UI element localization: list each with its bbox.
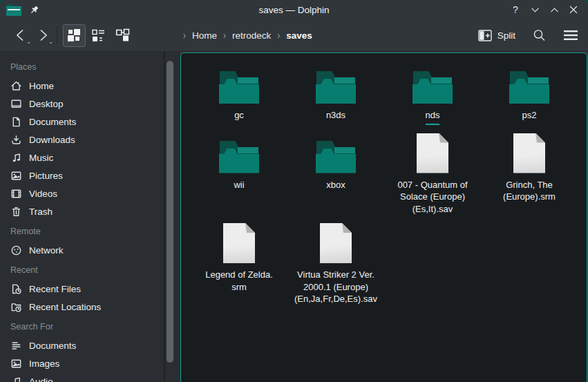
sidebar-item-label: Network (29, 245, 64, 256)
toolbar-separator (57, 26, 57, 44)
file-item-virtua-striker-2-ver[interactable]: Virtua Striker 2 Ver. 2000.1 (Europe) (E… (287, 222, 384, 305)
search-documents-icon (10, 340, 22, 352)
folder-icon (219, 141, 259, 173)
sidebar-item-recent-files[interactable]: Recent Files (0, 280, 180, 298)
help-button[interactable]: ? (509, 3, 522, 16)
breadcrumb-separator: › (183, 30, 186, 41)
sidebar-item-documents[interactable]: Documents (0, 336, 180, 354)
back-button[interactable]: ⌄ (10, 24, 32, 46)
titlebar: saves — Dolphin ? (0, 0, 588, 19)
breadcrumb-separator: › (277, 30, 280, 41)
tree-view-button[interactable] (111, 24, 134, 47)
file-icon (320, 223, 352, 263)
back-dropdown-caret: ⌄ (26, 39, 31, 45)
sidebar-item-label: Images (29, 359, 59, 369)
folder-icon (316, 141, 356, 173)
sidebar-item-downloads[interactable]: Downloads (0, 131, 180, 149)
minimize-button[interactable] (529, 3, 541, 16)
folder-item-n3ds[interactable]: n3ds (287, 62, 384, 125)
window-controls: ? (509, 3, 580, 16)
search-icon[interactable] (532, 28, 547, 43)
folder-icon (219, 71, 259, 104)
section-header-recent: Recent (0, 259, 180, 280)
sidebar-item-music[interactable]: Music (0, 149, 180, 166)
item-label: ps2 (522, 109, 537, 122)
icons-view-button[interactable] (63, 24, 86, 47)
sidebar-item-label: Desktop (29, 99, 64, 109)
sidebar-item-label: Recent Locations (29, 302, 101, 312)
folder-view[interactable]: gcn3dsndsps2wiixbox007 - Quantum of Sola… (180, 52, 587, 382)
item-label: gc (234, 109, 244, 122)
sidebar-item-label: Documents (29, 341, 76, 351)
desktop-icon (10, 98, 22, 110)
item-label: nds (426, 109, 440, 125)
folder-item-gc[interactable]: gc (191, 62, 287, 125)
folder-icon (316, 71, 356, 104)
sidebar-item-videos[interactable]: Videos (0, 184, 180, 202)
maximize-button[interactable] (548, 3, 560, 16)
sidebar-item-network[interactable]: Network (0, 241, 180, 259)
document-icon (10, 116, 22, 128)
places-panel: PlacesHomeDesktopDocumentsDownloadsMusic… (0, 52, 180, 382)
split-icon (478, 30, 492, 41)
network-icon (10, 245, 22, 256)
sidebar-item-label: Home (29, 81, 54, 91)
item-label: Legend of Zelda. srm (205, 269, 273, 293)
folder-item-ps2[interactable]: ps2 (481, 62, 578, 125)
folder-item-nds[interactable]: nds (384, 62, 481, 125)
sidebar-scrollbar[interactable] (167, 61, 173, 363)
split-label: Split (497, 30, 515, 41)
item-label: 007 - Quantum of Solace (Europe) (Es,It)… (397, 179, 467, 216)
folder-item-wii[interactable]: wii (191, 132, 287, 216)
breadcrumb: ›Home›retrodeck›saves (183, 19, 312, 51)
file-icon (223, 223, 255, 263)
home-icon (10, 80, 22, 92)
sidebar-item-images[interactable]: Images (0, 354, 180, 372)
window-title: saves — Dolphin (258, 5, 329, 15)
item-label: wii (234, 179, 244, 191)
recent-files-icon (10, 283, 22, 295)
image-icon (10, 358, 22, 370)
sidebar-item-home[interactable]: Home (0, 77, 180, 95)
item-label: xbox (326, 179, 345, 191)
sidebar-item-documents[interactable]: Documents (0, 113, 180, 131)
item-label: Grinch, The (Europe).srm (503, 179, 556, 203)
forward-button[interactable]: ⌄ (32, 24, 54, 46)
file-item-grinch-the[interactable]: Grinch, The (Europe).srm (481, 132, 578, 216)
sidebar-item-label: Downloads (29, 135, 75, 145)
file-item-legend-of-zelda[interactable]: Legend of Zelda. srm (191, 222, 287, 305)
file-item-007-quantum-of[interactable]: 007 - Quantum of Solace (Europe) (Es,It)… (384, 132, 481, 216)
pin-icon[interactable] (29, 5, 39, 15)
trash-icon (10, 206, 22, 218)
sidebar-item-label: Music (29, 153, 53, 163)
split-button[interactable]: Split (478, 30, 515, 41)
sidebar-item-label: Pictures (29, 171, 63, 181)
toolbar: ⌄ ⌄ ›Home›retrodeck›saves Split (0, 19, 588, 52)
sidebar-item-desktop[interactable]: Desktop (0, 95, 180, 113)
music-icon (10, 152, 22, 164)
folder-item-xbox[interactable]: xbox (287, 132, 384, 216)
sidebar-item-audio[interactable]: Audio (0, 372, 180, 382)
folder-icon (412, 71, 453, 104)
sidebar-item-trash[interactable]: Trash (0, 202, 180, 220)
sidebar-item-pictures[interactable]: Pictures (0, 166, 180, 184)
sidebar-sections: PlacesHomeDesktopDocumentsDownloadsMusic… (0, 56, 180, 382)
section-header-remote: Remote (0, 220, 180, 241)
download-icon (10, 134, 22, 146)
hamburger-menu-icon[interactable] (563, 30, 578, 41)
item-label: Virtua Striker 2 Ver. 2000.1 (Europe) (E… (294, 269, 377, 305)
breadcrumb-item-saves[interactable]: saves (286, 30, 312, 41)
file-icon (513, 133, 545, 173)
close-button[interactable] (567, 3, 580, 16)
details-view-button[interactable] (87, 24, 110, 47)
breadcrumb-item-retrodeck[interactable]: retrodeck (232, 30, 271, 41)
breadcrumb-item-home[interactable]: Home (192, 30, 217, 41)
item-label: n3ds (326, 109, 345, 122)
sidebar-item-recent-locations[interactable]: Recent Locations (0, 298, 180, 316)
section-header-search-for: Search For (0, 316, 180, 336)
file-icon (417, 133, 448, 173)
dolphin-app-icon (6, 4, 21, 16)
image-icon (10, 170, 22, 182)
sidebar-item-label: Audio (29, 376, 53, 382)
file-grid: gcn3dsndsps2wiixbox007 - Quantum of Sola… (191, 62, 587, 305)
